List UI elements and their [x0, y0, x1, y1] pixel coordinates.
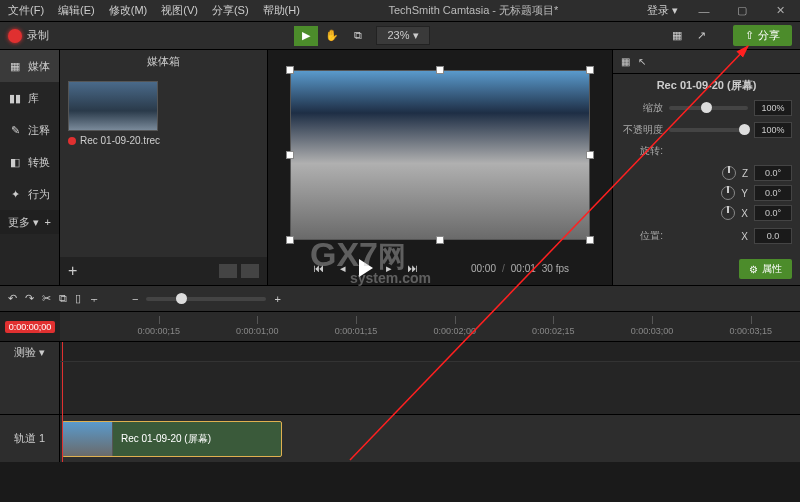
media-item-label: Rec 01-09-20.trec	[80, 135, 160, 146]
bin-title: 媒体箱	[60, 50, 267, 73]
transitions-icon: ◧	[8, 155, 22, 169]
rotate-z-value[interactable]: 0.0°	[754, 165, 792, 181]
sidebar-item-media[interactable]: ▦媒体	[0, 50, 59, 82]
hand-tool[interactable]: ✋	[320, 26, 344, 46]
props-tab-cursor-icon[interactable]: ↖	[638, 56, 646, 67]
share-button[interactable]: ⇧ 分享	[733, 25, 792, 46]
track-1-head[interactable]: 轨道 1	[0, 415, 60, 462]
timeline-clip[interactable]: Rec 01-09-20 (屏幕)	[62, 421, 282, 457]
media-thumbnail[interactable]	[68, 81, 158, 131]
record-button[interactable]: 录制	[8, 28, 49, 43]
rec-badge-icon	[68, 137, 76, 145]
scale-value[interactable]: 100%	[754, 100, 792, 116]
menu-help[interactable]: 帮助(H)	[263, 3, 300, 18]
time-total: 00:01	[511, 263, 536, 274]
fps-label: 30 fps	[542, 263, 569, 274]
window-title: TechSmith Camtasia - 无标题项目*	[314, 3, 633, 18]
menu-edit[interactable]: 编辑(E)	[58, 3, 95, 18]
scale-label: 缩放	[621, 101, 663, 115]
split-button[interactable]: ⫟	[89, 293, 100, 305]
timeline-ruler[interactable]: 0:00:00;150:00:01;000:00:01;150:00:02;00…	[60, 312, 800, 341]
sidebar-add[interactable]: +	[45, 216, 51, 228]
play-button[interactable]	[359, 259, 373, 277]
share-label: 分享	[758, 28, 780, 43]
share-icon: ⇧	[745, 29, 754, 42]
menu-modify[interactable]: 修改(M)	[109, 3, 148, 18]
sidebar-more[interactable]: 更多 ▾	[8, 215, 39, 230]
paste-button[interactable]: ▯	[75, 292, 81, 305]
ruler-tick: 0:00:01;00	[236, 326, 279, 336]
behaviors-icon: ✦	[8, 187, 22, 201]
media-item[interactable]: Rec 01-09-20.trec	[68, 135, 259, 146]
zoom-in-icon[interactable]: +	[274, 293, 280, 305]
rotate-y-value[interactable]: 0.0°	[754, 185, 792, 201]
ruler-tick: 0:00:01;15	[335, 326, 378, 336]
rotate-z-dial[interactable]	[722, 166, 736, 180]
time-current: 00:00	[471, 263, 496, 274]
sidebar-item-annotations[interactable]: ✎注释	[0, 114, 59, 146]
next-clip-button[interactable]: ⏭	[405, 260, 421, 276]
clip-label: Rec 01-09-20 (屏幕)	[113, 432, 219, 446]
bin-add[interactable]: +	[68, 262, 77, 280]
rotate-y-dial[interactable]	[721, 186, 735, 200]
menu-share[interactable]: 分享(S)	[212, 3, 249, 18]
clip-thumbnail	[63, 422, 113, 456]
undo-button[interactable]: ↶	[8, 292, 17, 305]
ruler-tick: 0:00:02;15	[532, 326, 575, 336]
annotations-icon: ✎	[8, 123, 22, 137]
minimize-button[interactable]: —	[692, 5, 716, 17]
cut-button[interactable]: ✂	[42, 292, 51, 305]
maximize-button[interactable]: ▢	[730, 4, 754, 17]
menu-file[interactable]: 文件(F)	[8, 3, 44, 18]
properties-button-label: 属性	[762, 262, 782, 276]
prev-clip-button[interactable]: ⏮	[311, 260, 327, 276]
record-icon	[8, 29, 22, 43]
canvas-preview[interactable]	[290, 70, 590, 240]
detach-icon[interactable]: ↗	[689, 26, 713, 46]
sidebar-item-library[interactable]: ▮▮库	[0, 82, 59, 114]
ruler-tick: 0:00:03;15	[729, 326, 772, 336]
rotate-x-dial[interactable]	[721, 206, 735, 220]
list-view-icon[interactable]	[241, 264, 259, 278]
scale-slider[interactable]	[669, 106, 748, 110]
menu-view[interactable]: 视图(V)	[161, 3, 198, 18]
ruler-tick: 0:00:02;00	[433, 326, 476, 336]
timeline-zoom-slider[interactable]	[146, 297, 266, 301]
crop-tool[interactable]: ⧉	[346, 26, 370, 46]
selected-clip-name: Rec 01-09-20 (屏幕)	[613, 74, 800, 97]
quiz-track-head[interactable]: 测验 ▾	[0, 342, 60, 362]
pointer-tool[interactable]: ▶	[294, 26, 318, 46]
opacity-label: 不透明度	[621, 123, 663, 137]
zoom-dropdown[interactable]: 23% ▾	[376, 26, 429, 45]
rotate-label: 旋转:	[621, 144, 663, 158]
properties-button[interactable]: ⚙ 属性	[739, 259, 792, 279]
sidebar-item-behaviors[interactable]: ✦行为	[0, 178, 59, 210]
login-dropdown[interactable]: 登录 ▾	[647, 3, 678, 18]
rotate-x-value[interactable]: 0.0°	[754, 205, 792, 221]
playhead-time: 0:00:00;00	[5, 321, 56, 333]
ruler-tick: 0:00:03;00	[631, 326, 674, 336]
props-tab-video-icon[interactable]: ▦	[621, 56, 630, 67]
sidebar-item-transitions[interactable]: ◧转换	[0, 146, 59, 178]
opacity-value[interactable]: 100%	[754, 122, 792, 138]
media-icon: ▦	[8, 59, 22, 73]
redo-button[interactable]: ↷	[25, 292, 34, 305]
position-x-value[interactable]: 0.0	[754, 228, 792, 244]
grid-view-icon[interactable]	[219, 264, 237, 278]
ruler-tick: 0:00:00;15	[137, 326, 180, 336]
position-label: 位置:	[621, 229, 663, 243]
step-back-button[interactable]: ◂	[335, 260, 351, 276]
opacity-slider[interactable]	[669, 128, 748, 132]
canvas-options-icon[interactable]: ▦	[665, 26, 689, 46]
record-label: 录制	[27, 28, 49, 43]
copy-button[interactable]: ⧉	[59, 292, 67, 305]
zoom-out-icon[interactable]: −	[132, 293, 138, 305]
close-button[interactable]: ✕	[768, 4, 792, 17]
gear-icon: ⚙	[749, 264, 758, 275]
library-icon: ▮▮	[8, 91, 22, 105]
step-fwd-button[interactable]: ▸	[381, 260, 397, 276]
